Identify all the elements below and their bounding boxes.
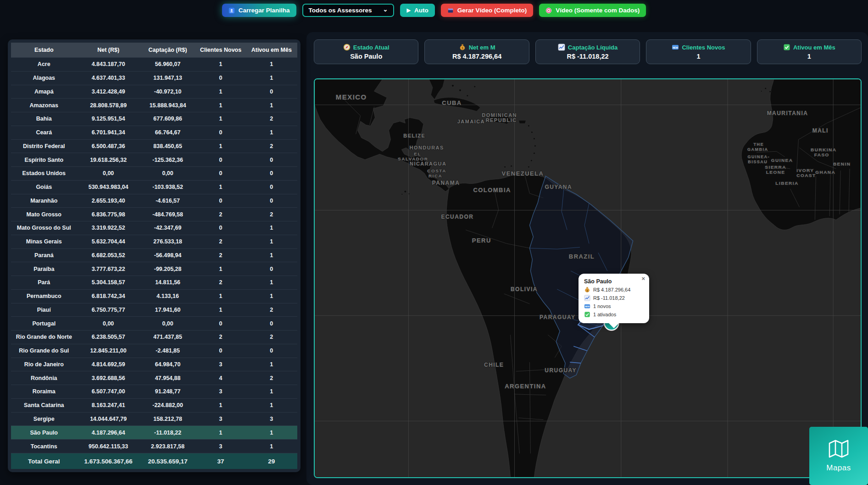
table-cell: 1 [246, 221, 297, 235]
table-cell: -224.882,00 [140, 398, 196, 412]
table-cell: 2 [195, 331, 245, 344]
table-cell: 9.125.951,54 [77, 112, 140, 126]
video-data-only-button[interactable]: Vídeo (Somente com Dados) [539, 4, 646, 17]
table-row[interactable]: Bahia9.125.951,54677.609,8612 [11, 112, 297, 126]
map-country-label: URUGUAY [545, 367, 577, 374]
table-cell: 0,00 [140, 317, 196, 331]
table-cell: 0 [246, 153, 297, 167]
map-icon [828, 439, 850, 458]
table-cell: 0 [195, 167, 245, 181]
table-cell: 5.304.158,57 [77, 276, 140, 290]
states-table-footer: Total Geral1.673.506.367,6620.535.659,17… [11, 453, 297, 469]
table-cell: 17.941,60 [140, 303, 196, 317]
table-row[interactable]: São Paulo4.187.296,64-11.018,2211 [11, 426, 297, 440]
table-row[interactable]: Amazonas28.808.578,8915.888.943,8411 [11, 99, 297, 112]
states-table-header: EstadoNet (R$)Captação (R$)Clientes Novo… [11, 43, 297, 58]
table-row[interactable]: Sergipe14.044.647,79158.212,7833 [11, 412, 297, 426]
table-row[interactable]: Distrito Federal6.500.487,36838.450,6512 [11, 139, 297, 153]
tooltip-close-icon[interactable]: × [641, 275, 645, 282]
table-cell: 276.533,18 [140, 235, 196, 248]
stat-card-value: R$ 4.187.296,64 [452, 53, 501, 60]
table-cell: -103.938,52 [140, 180, 196, 194]
states-table-panel: EstadoNet (R$)Captação (R$)Clientes Novo… [8, 39, 300, 472]
column-header: Captação (R$) [140, 43, 196, 58]
table-cell: 0 [195, 71, 245, 85]
table-cell: 0 [195, 221, 245, 235]
table-cell: Roraima [11, 385, 77, 399]
map-tooltip: × São Paulo $R$ 4.187.296,64R$ -11.018,2… [579, 274, 649, 323]
map-country-label: COLOMBIA [473, 187, 511, 193]
table-cell: Minas Gerais [11, 235, 77, 248]
table-cell: Goiás [11, 180, 77, 194]
svg-text:NEW: NEW [673, 46, 679, 49]
table-row[interactable]: Minas Gerais5.632.704,44276.533,1821 [11, 235, 297, 248]
table-row[interactable]: Estados Unidos0,000,0000 [11, 167, 297, 181]
column-header: Estado [11, 43, 77, 58]
table-row[interactable]: Pará5.304.158,5714.811,5621 [11, 276, 297, 290]
map-country-label: BOLIVIA [511, 286, 538, 292]
table-row[interactable]: Rio Grande do Sul12.845.211,00-2.481,850… [11, 344, 297, 358]
table-row[interactable]: Rio Grande do Norte6.238.505,57471.437,8… [11, 331, 297, 344]
table-cell: 1 [195, 139, 245, 153]
map-country-label: REPUBLIC [486, 117, 517, 123]
table-row[interactable]: Amapá3.412.428,49-40.972,1010 [11, 85, 297, 99]
table-row[interactable]: Goiás530.943.983,04-103.938,5210 [11, 180, 297, 194]
load-spreadsheet-button[interactable]: Carregar Planilha [222, 4, 296, 17]
table-cell: 1 [246, 235, 297, 248]
table-cell: -11.018,22 [140, 426, 196, 440]
map-country-label: ARGENTINA [505, 383, 546, 390]
map-country-label: GUYANA [545, 184, 572, 190]
table-cell: Mato Grosso [11, 208, 77, 221]
states-table: EstadoNet (R$)Captação (R$)Clientes Novo… [11, 43, 297, 469]
table-row[interactable]: Santa Catarina8.163.247,41-224.882,0011 [11, 398, 297, 412]
table-cell: 3 [195, 440, 245, 453]
table-row[interactable]: Rio de Janeiro4.814.692,5964.984,7031 [11, 358, 297, 371]
table-row[interactable]: Pernambuco6.818.742,344.133,1611 [11, 289, 297, 303]
table-cell: Tocantins [11, 440, 77, 453]
table-row[interactable]: Piauí6.750.775,7717.941,6012 [11, 303, 297, 317]
table-row[interactable]: Maranhão2.655.193,40-4.616,5700 [11, 194, 297, 208]
auto-button[interactable]: ▶ Auto [400, 4, 434, 17]
tooltip-row-text: 1 novos [593, 303, 611, 309]
table-cell: Sergipe [11, 412, 77, 426]
table-cell: 2 [246, 208, 297, 221]
table-cell: Espírito Santo [11, 153, 77, 167]
table-row[interactable]: Espírito Santo19.618.256,32-125.362,3600 [11, 153, 297, 167]
table-cell: São Paulo [11, 426, 77, 440]
table-cell: Alagoas [11, 71, 77, 85]
tooltip-row: 1 ativados [584, 311, 644, 318]
stat-card-value: 1 [696, 53, 700, 60]
table-cell: 2 [246, 371, 297, 385]
table-row[interactable]: Mato Grosso6.836.775,98-484.769,5822 [11, 208, 297, 221]
table-cell: Santa Catarina [11, 398, 77, 412]
table-cell: 6.507.747,00 [77, 385, 140, 399]
table-cell: 3 [195, 412, 245, 426]
map-country-label: BENIN [833, 161, 851, 166]
table-row[interactable]: Acre4.843.187,7056.960,0711 [11, 58, 297, 72]
table-row[interactable]: Rondônia3.692.688,5647.954,8842 [11, 371, 297, 385]
table-total-cell: 20.535.659,17 [140, 453, 196, 469]
table-cell: Paraíba [11, 262, 77, 276]
map-container[interactable]: MEXICOCUBAJAMAICADOMINICANREPUBLICBELIZE… [314, 78, 862, 478]
table-cell: 1 [246, 358, 297, 371]
table-row[interactable]: Roraima6.507.747,0091.248,7731 [11, 385, 297, 399]
table-row[interactable]: Portugal0,000,0000 [11, 317, 297, 331]
table-cell: 471.437,85 [140, 331, 196, 344]
table-row[interactable]: Paraná6.682.053,52-56.498,9421 [11, 248, 297, 262]
table-row[interactable]: Tocantins950.642.115,332.923.817,5831 [11, 440, 297, 453]
table-row[interactable]: Alagoas4.637.401,33131.947,1301 [11, 71, 297, 85]
advisor-select[interactable]: Todos os Assessores ⌄ [302, 4, 395, 17]
table-row[interactable]: Paraíba3.777.673,22-99.205,2810 [11, 262, 297, 276]
generate-video-full-button[interactable]: Gerar Vídeo (Completo) [441, 4, 534, 17]
table-cell: 2.923.817,58 [140, 440, 196, 453]
stat-card-label: NEWClientes Novos [672, 44, 725, 51]
mapas-button[interactable]: Mapas [809, 427, 868, 485]
chevron-down-icon: ⌄ [383, 6, 388, 13]
table-row[interactable]: Ceará6.701.941,3466.764,6701 [11, 126, 297, 139]
stat-card-label: Captação Líquida [558, 44, 618, 51]
table-row[interactable]: Mato Grosso do Sul3.319.922,52-42.347,69… [11, 221, 297, 235]
table-cell: 1 [246, 426, 297, 440]
tooltip-row-text: R$ -11.018,22 [593, 295, 625, 301]
stat-card-label: $Net em M [459, 44, 495, 51]
table-cell: 3.777.673,22 [77, 262, 140, 276]
